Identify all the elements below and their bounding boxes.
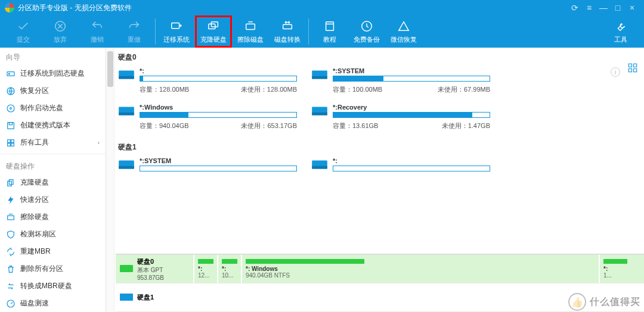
svg-rect-13 <box>8 122 14 129</box>
minimize-icon[interactable]: — <box>596 3 611 13</box>
disk-map-strip: 硬盘0基本 GPT953.87GB*:12...*:10...*: Window… <box>116 254 644 312</box>
svg-rect-35 <box>312 76 327 79</box>
partition-name: *: <box>333 157 490 164</box>
tools-button[interactable]: 工具 <box>602 15 639 48</box>
disk-map-diskcell: 硬盘0基本 GPT953.87GB <box>116 255 193 283</box>
close-icon[interactable]: × <box>625 3 639 13</box>
svg-rect-37 <box>119 113 134 116</box>
disk-map-segment[interactable]: *: Windows940.04GB NTFS <box>241 255 599 283</box>
info-icon[interactable]: i <box>611 67 620 77</box>
sidebar-diskop-item[interactable]: 删除所有分区 <box>0 260 106 277</box>
menu-icon[interactable]: ≡ <box>582 3 596 13</box>
svg-rect-31 <box>634 69 637 72</box>
maximize-icon[interactable]: □ <box>611 3 625 13</box>
free-label: 未使用：653.17GB <box>241 121 297 130</box>
grid-view-icon[interactable] <box>627 63 638 73</box>
disk-map-row[interactable]: 硬盘0基本 GPT953.87GB*:12...*:10...*: Window… <box>116 255 644 283</box>
partition-card[interactable]: *: <box>311 157 490 175</box>
sidebar-icon <box>6 299 16 308</box>
partition-name: *:SYSTEM <box>333 67 490 74</box>
sidebar-item-label: 转换成MBR硬盘 <box>20 281 72 291</box>
sidebar-wizard-item[interactable]: 迁移系统到固态硬盘 <box>0 65 106 82</box>
disk-map-diskcell: 硬盘1 <box>116 283 193 311</box>
tutorial-button[interactable]: 教程 <box>311 15 348 48</box>
disk-map-segment[interactable]: *:12... <box>193 255 217 283</box>
triangle-icon <box>397 20 410 33</box>
undo-icon <box>91 20 104 33</box>
sidebar-diskop-item[interactable]: 转换成MBR硬盘 <box>0 277 106 295</box>
svg-rect-39 <box>312 113 327 116</box>
migrate-button[interactable]: 迁移系统 <box>158 15 195 48</box>
usage-bar <box>333 112 490 118</box>
sidebar-icon <box>6 247 16 257</box>
disk-header: 硬盘0 <box>116 48 644 65</box>
sidebar-item-label: 快速分区 <box>20 195 49 205</box>
titlebar: 分区助手专业版 - 无损分区免费软件 ⟳ ≡ — □ × <box>0 0 644 15</box>
migrate-icon <box>170 20 183 33</box>
partition-name: *: <box>140 67 297 74</box>
drive-icon <box>118 158 135 171</box>
disk-map-segment[interactable]: *:1... <box>599 255 631 283</box>
svg-rect-6 <box>326 21 334 30</box>
sidebar-diskop-item[interactable]: 快速分区 <box>0 191 106 208</box>
commit-button[interactable]: 提交 <box>5 15 42 48</box>
svg-rect-5 <box>283 24 292 29</box>
window-title: 分区助手专业版 - 无损分区免费软件 <box>18 3 132 13</box>
sidebar-item-label: 制作启动光盘 <box>20 103 63 113</box>
disk-map-row[interactable]: 硬盘1 <box>116 283 644 312</box>
sidebar-diskop-item[interactable]: 克隆硬盘 <box>0 174 106 191</box>
drive-icon <box>119 292 134 304</box>
check-icon <box>17 20 30 33</box>
partition-card[interactable]: *:Recovery容量：13.61GB未使用：1.47GB <box>311 104 490 130</box>
svg-rect-41 <box>119 166 134 169</box>
partition-card[interactable]: *:SYSTEM容量：100.00MB未使用：67.99MB <box>311 67 490 94</box>
sidebar-wizard-item[interactable]: 创建便携式版本 <box>0 117 106 134</box>
svg-rect-17 <box>8 143 11 146</box>
disk-map-segment[interactable]: *:10... <box>217 255 241 283</box>
content-area: 硬盘0i*:容量：128.00MB未使用：128.00MB*:SYSTEM容量：… <box>106 48 644 312</box>
sidebar-wizard-item[interactable]: 恢复分区 <box>0 82 106 99</box>
sidebar-diskop-item[interactable]: 磁盘测速 <box>0 295 106 312</box>
book-icon <box>323 20 336 33</box>
svg-point-11 <box>7 105 14 112</box>
drive-icon <box>311 105 328 118</box>
svg-rect-28 <box>628 64 631 67</box>
svg-rect-16 <box>11 139 14 142</box>
disk-header: 硬盘1 <box>116 138 644 155</box>
sidebar-wizard-item[interactable]: 所有工具› <box>0 134 106 151</box>
convert-button[interactable]: 磁盘转换 <box>269 15 306 48</box>
sidebar-wizard-item[interactable]: 制作启动光盘 <box>0 99 106 117</box>
sidebar-icon <box>6 213 16 222</box>
sidebar-item-label: 检测坏扇区 <box>20 229 56 239</box>
clone-disk-button[interactable]: 克隆硬盘 <box>195 15 232 48</box>
sidebar-icon <box>6 230 16 239</box>
partition-grid: i*:容量：128.00MB未使用：128.00MB*:SYSTEM容量：100… <box>116 65 644 138</box>
sidebar-item-label: 所有工具 <box>20 138 49 148</box>
svg-rect-21 <box>8 216 14 220</box>
partition-card[interactable]: *:Windows容量：940.04GB未使用：653.17GB <box>118 104 297 130</box>
sidebar-item-label: 擦除硬盘 <box>20 212 49 222</box>
scrollbar[interactable] <box>106 48 114 312</box>
sidebar-icon <box>6 69 16 79</box>
drive-icon <box>311 68 328 82</box>
discard-button[interactable]: 放弃 <box>42 15 79 48</box>
wechat-recover-button[interactable]: 微信恢复 <box>385 15 422 48</box>
sidebar-diskop-item[interactable]: 检测坏扇区 <box>0 226 106 243</box>
drive-icon <box>119 263 134 275</box>
sidebar-icon <box>6 104 16 113</box>
partition-card[interactable]: *:SYSTEM <box>118 157 297 175</box>
sidebar-diskop-item[interactable]: 重建MBR <box>0 243 106 260</box>
svg-rect-4 <box>246 24 255 29</box>
wrench-icon <box>614 20 627 33</box>
usage-bar <box>333 76 490 82</box>
backup-button[interactable]: 免费备份 <box>348 15 385 48</box>
wipe-button[interactable]: 擦除磁盘 <box>232 15 269 48</box>
usage-bar <box>140 112 297 118</box>
sidebar-item-label: 重建MBR <box>20 247 51 257</box>
sidebar-diskop-item[interactable]: 擦除硬盘 <box>0 208 106 226</box>
partition-card[interactable]: *:容量：128.00MB未使用：128.00MB <box>118 67 297 94</box>
undo-button[interactable]: 撤销 <box>79 15 116 48</box>
redo-button[interactable]: 重做 <box>116 15 153 48</box>
redo-icon <box>128 20 141 33</box>
refresh-icon[interactable]: ⟳ <box>568 3 582 13</box>
